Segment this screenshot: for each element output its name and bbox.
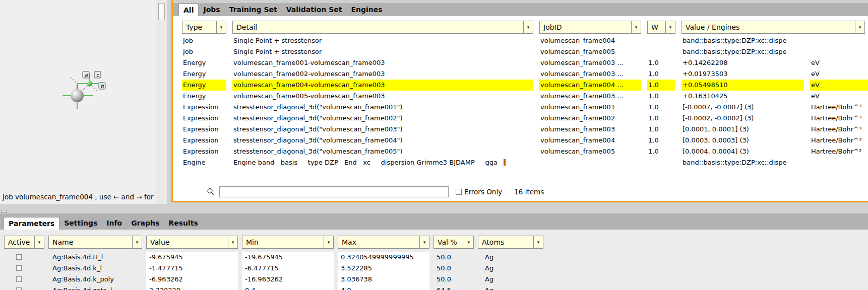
cell-val-percent: 50.0 xyxy=(433,274,474,285)
tab-jobs[interactable]: Jobs xyxy=(199,4,224,16)
column-header-detail[interactable]: Detail▾ xyxy=(232,21,533,34)
cell-detail: volumescan_frame004-volumescan_frame003 xyxy=(232,80,533,91)
cell-val-percent: 50.0 xyxy=(433,252,474,263)
table-row[interactable]: Ag:Basis.4d.k_poly-6.963262-16.9632623.0… xyxy=(4,274,868,285)
training-table-header-row: Type▾Detail▾JobID▾W▾Value / Engines▾ xyxy=(182,21,868,34)
row-active-checkbox[interactable] xyxy=(16,276,22,282)
cell-detail: volumescan_frame001-volumescan_frame003 xyxy=(232,57,533,68)
row-active-checkbox[interactable] xyxy=(16,287,22,290)
table-row[interactable]: Energyvolumescan_frame001-volumescan_fra… xyxy=(182,57,868,68)
table-row[interactable]: Expressionstresstensor_diagonal_3d("volu… xyxy=(182,102,868,113)
tab-info[interactable]: Info xyxy=(102,217,127,230)
column-header-active[interactable]: Active▾ xyxy=(4,236,44,249)
tab-validation-set[interactable]: Validation Set xyxy=(282,4,347,16)
row-active-checkbox[interactable] xyxy=(16,254,22,260)
column-header-value[interactable]: Value▾ xyxy=(146,236,238,249)
table-row[interactable]: Energyvolumescan_frame002-volumescan_fra… xyxy=(182,68,868,80)
errors-only-label[interactable]: Errors Only xyxy=(464,188,502,196)
chevron-down-icon[interactable]: ▾ xyxy=(855,21,864,33)
cell-jobid: volumescan_frame003 ... xyxy=(539,57,641,68)
parameters-table-body: Ag:Basis.4d.H_l-9.675945-19.6759450.3240… xyxy=(4,252,868,290)
column-header-w[interactable]: W▾ xyxy=(647,21,675,34)
tab-parameters[interactable]: Parameters xyxy=(4,217,59,230)
training-table-body: JobSingle Point + stresstensorvolumescan… xyxy=(182,35,868,168)
tab-results[interactable]: Results xyxy=(164,217,202,230)
chevron-down-icon[interactable]: ▾ xyxy=(228,236,237,248)
tab-graphs[interactable]: Graphs xyxy=(127,217,164,230)
horizontal-splitter[interactable] xyxy=(0,204,868,213)
cell-max: 3.036738 xyxy=(338,274,429,285)
cell-atoms: Ag xyxy=(478,263,543,274)
splitter-handle[interactable] xyxy=(2,210,7,213)
cell-value: 2.720229 xyxy=(146,285,238,290)
chevron-down-icon[interactable]: ▾ xyxy=(533,236,543,248)
scrollbar-thumb[interactable] xyxy=(158,3,165,20)
viewer-scrollbar[interactable] xyxy=(156,0,168,204)
cell-detail: volumescan_frame002-volumescan_frame003 xyxy=(232,68,533,80)
tab-engines[interactable]: Engines xyxy=(347,4,387,16)
cell-jobid: volumescan_frame005 xyxy=(539,146,641,157)
table-row[interactable]: JobSingle Point + stresstensorvolumescan… xyxy=(182,35,868,46)
filter-input[interactable] xyxy=(219,186,449,197)
cell-type: Energy xyxy=(182,91,226,102)
table-row[interactable]: Expressionstresstensor_diagonal_3d("volu… xyxy=(182,146,868,157)
column-header-min-label: Min xyxy=(242,238,324,246)
table-row[interactable]: EngineEngine band basis type DZP End xc … xyxy=(182,157,868,168)
table-row[interactable]: JobSingle Point + stresstensorvolumescan… xyxy=(182,46,868,57)
chevron-down-icon[interactable]: ▾ xyxy=(216,21,226,33)
chevron-down-icon[interactable]: ▾ xyxy=(419,236,429,248)
table-row[interactable]: Energyvolumescan_frame004-volumescan_fra… xyxy=(182,80,868,91)
cell-value: +0.14262208 xyxy=(681,57,804,68)
table-row[interactable]: Energyvolumescan_frame005-volumescan_fra… xyxy=(182,91,868,102)
parameters-panel: ParametersSettingsInfoGraphsResults Acti… xyxy=(0,213,868,290)
column-header-val[interactable]: Val %▾ xyxy=(433,236,474,249)
cell-unit: Hartree/Bohr^³ xyxy=(810,113,868,124)
cell-unit: Hartree/Bohr^³ xyxy=(810,102,868,113)
table-row[interactable]: Expressionstresstensor_diagonal_3d("volu… xyxy=(182,124,868,135)
tab-training-set[interactable]: Training Set xyxy=(225,4,282,16)
row-active-checkbox[interactable] xyxy=(16,265,22,271)
table-row[interactable]: Ag:Basis.4d.k_l-1.477715-6.4777153.52228… xyxy=(4,263,868,274)
tab-settings[interactable]: Settings xyxy=(59,217,102,230)
column-header-type[interactable]: Type▾ xyxy=(182,21,226,34)
chevron-down-icon[interactable]: ▾ xyxy=(34,236,44,248)
cell-max: 3.522285 xyxy=(338,263,429,274)
table-row[interactable]: Expressionstresstensor_diagonal_3d("volu… xyxy=(182,113,868,124)
cell-weight: 1.0 xyxy=(647,91,675,102)
errors-only-checkbox[interactable] xyxy=(456,189,462,195)
cell-name: Ag:Basis.4d.H_l xyxy=(48,252,142,263)
column-header-name[interactable]: Name▾ xyxy=(48,236,142,249)
cell-type: Energy xyxy=(182,80,226,91)
column-header-max[interactable]: Max▾ xyxy=(338,236,429,249)
engine-detail-text: Engine band basis type DZP End xc disper… xyxy=(233,159,498,166)
chevron-down-icon[interactable]: ▾ xyxy=(324,236,333,248)
cell-name: Ag:Basis.4d.k_poly xyxy=(48,274,142,285)
table-row[interactable]: Ag:Basis.4d.zeta_l2.7202290.44.064.5Ag xyxy=(4,285,868,290)
structure-viewer[interactable]: a c b Job volumescan_frame004 , use ← an… xyxy=(0,0,156,204)
cell-unit: eV xyxy=(810,80,868,91)
cell-weight: 1.0 xyxy=(647,57,675,68)
column-header-atoms[interactable]: Atoms▾ xyxy=(478,236,543,249)
column-header-min[interactable]: Min▾ xyxy=(242,236,334,249)
cell-jobid: volumescan_frame001 xyxy=(539,102,641,113)
column-header-detail-label: Detail xyxy=(233,23,523,31)
chevron-down-icon[interactable]: ▾ xyxy=(631,21,641,33)
chevron-down-icon[interactable]: ▾ xyxy=(665,21,675,33)
cell-type: Expression xyxy=(182,135,226,146)
axis-label-c: c xyxy=(96,72,99,79)
cell-value: [0.0003, 0.0003] (3) xyxy=(681,135,804,146)
cell-type: Expression xyxy=(182,146,226,157)
cell-type: Energy xyxy=(182,68,226,80)
column-header-value-engines[interactable]: Value / Engines▾ xyxy=(681,21,865,34)
chevron-down-icon[interactable]: ▾ xyxy=(464,236,473,248)
tab-all[interactable]: All xyxy=(178,4,199,16)
column-header-jobid[interactable]: JobID▾ xyxy=(539,21,641,34)
table-row[interactable]: Expressionstresstensor_diagonal_3d("volu… xyxy=(182,135,868,146)
cell-type: Job xyxy=(182,46,226,57)
chevron-down-icon[interactable]: ▾ xyxy=(523,21,533,33)
cell-value: -6.963262 xyxy=(146,274,238,285)
column-header-atoms-label: Atoms xyxy=(478,238,533,246)
cell-value: [-0.0007, -0.0007] (3) xyxy=(681,102,804,113)
table-row[interactable]: Ag:Basis.4d.H_l-9.675945-19.6759450.3240… xyxy=(4,252,868,263)
chevron-down-icon[interactable]: ▾ xyxy=(132,236,142,248)
